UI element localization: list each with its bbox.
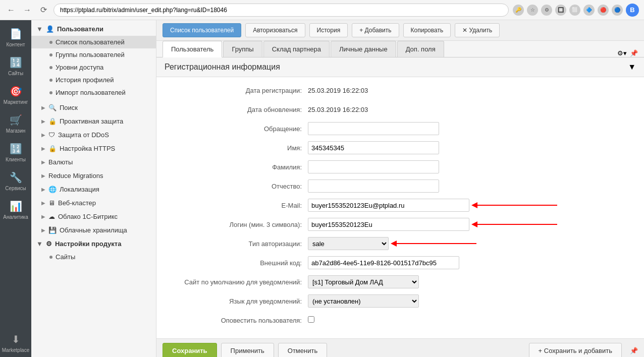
nav-web-cluster[interactable]: ▶ 🖥 Веб-кластер <box>31 196 156 210</box>
update-date-value: 25.03.2019 16:22:03 <box>308 106 634 113</box>
clients-icon: 🔢 <box>10 143 22 155</box>
save-add-button[interactable]: + Сохранить и добавить <box>529 343 622 357</box>
copy-button[interactable]: Копировать <box>403 23 451 37</box>
gear-icon[interactable]: ⚙▾ <box>617 49 627 57</box>
nav-proactive[interactable]: ▶ 🔒 Проактивная защита <box>31 114 156 128</box>
sidebar-item-content[interactable]: 📄 Контент <box>0 23 31 51</box>
tab-user[interactable]: Пользователь <box>163 41 222 57</box>
nav-cloud-bitrix[interactable]: ▶ ☁ Облако 1С-Битрикс <box>31 210 156 223</box>
access-levels-label: Уровни доступа <box>56 64 103 71</box>
sites-child-label: Сайты <box>56 253 75 261</box>
back-button[interactable]: ← <box>5 4 17 16</box>
marketplace-label: Marketplace <box>2 347 29 353</box>
ext3-icon[interactable]: 🔴 <box>598 5 609 16</box>
content-icon: 📄 <box>10 28 22 40</box>
surname-input[interactable] <box>308 160 439 173</box>
email-field <box>308 199 634 212</box>
nav-child-access-levels[interactable]: Уровни доступа <box>31 61 156 74</box>
user-avatar[interactable]: B <box>626 4 639 17</box>
localization-arrow: ▶ <box>41 187 45 192</box>
content-label: Контент <box>6 42 25 47</box>
salutation-input[interactable] <box>308 122 439 135</box>
patronymic-input[interactable] <box>308 180 439 193</box>
users-parent[interactable]: ▼ 👤 Пользователи <box>31 22 156 36</box>
login-field <box>308 218 634 231</box>
nav-child-user-list[interactable]: Список пользователей <box>31 36 156 48</box>
nav-child-user-groups[interactable]: Группы пользователей <box>31 48 156 61</box>
proactive-icon: 🔒 <box>48 117 57 125</box>
ext2-icon[interactable]: 🔷 <box>583 5 595 16</box>
user-list-button[interactable]: Список пользователей <box>163 23 241 37</box>
tab-partner-warehouse[interactable]: Склад партнера <box>263 41 330 57</box>
email-input[interactable] <box>308 199 469 212</box>
default-site-select[interactable]: [s1] Торговый Дом ЛАД <box>308 275 419 288</box>
sidebar-item-clients[interactable]: 🔢 Клиенты <box>0 138 31 166</box>
icon-sidebar: 📄 Контент 🔢 Сайты 🎯 Маркетинг 🛒 Магазин … <box>0 20 31 357</box>
email-arrow-indicator <box>471 199 572 211</box>
default-site-label: Сайт по умолчанию для уведомлений: <box>167 278 308 286</box>
apply-button[interactable]: Применить <box>221 343 274 357</box>
tab-extra-fields[interactable]: Доп. поля <box>397 41 444 57</box>
sidebar-item-services[interactable]: 🔧 Сервисы <box>0 166 31 195</box>
nav-localization[interactable]: ▶ 🌐 Локализация <box>31 183 156 196</box>
delete-button[interactable]: ✕ Удалить <box>455 23 500 37</box>
reg-date-value: 25.03.2019 16:22:03 <box>308 87 634 94</box>
sites-icon: 🔢 <box>10 56 22 69</box>
nav-child-profile-history[interactable]: История профилей <box>31 74 156 86</box>
web-cluster-arrow: ▶ <box>41 200 45 206</box>
add-button[interactable]: + Добавить <box>352 23 399 37</box>
name-input[interactable] <box>308 141 439 154</box>
users-arrow: ▼ <box>36 25 43 33</box>
product-settings-icon: ⚙ <box>46 240 52 248</box>
nav-search[interactable]: ▶ 🔍 Поиск <box>31 101 156 114</box>
cloud-bitrix-label: Облако 1С-Битрикс <box>58 213 118 220</box>
patronymic-label: Отчество: <box>167 183 308 190</box>
nav-https[interactable]: ▶ 🔒 Настройка HTTPS <box>31 142 156 155</box>
reduce-migrations-label: Reduce Migrations <box>48 172 103 180</box>
auth-button[interactable]: Авторизоваться <box>245 23 305 37</box>
sidebar-item-marketplace[interactable]: ⬇ Marketplace <box>0 328 31 357</box>
collapse-icon[interactable]: ▼ <box>628 63 636 72</box>
nav-child-sites[interactable]: Сайты <box>31 251 156 263</box>
cancel-button[interactable]: Отменить <box>278 343 327 357</box>
ext4-icon[interactable]: 🔵 <box>612 5 623 16</box>
tab-groups[interactable]: Группы <box>223 41 262 57</box>
notification-lang-select[interactable]: (не установлен) <box>308 294 419 308</box>
bullet-icon <box>49 256 52 259</box>
auth-type-select[interactable]: sale <box>308 237 389 250</box>
notify-user-checkbox[interactable] <box>308 316 314 323</box>
sidebar-item-analytics[interactable]: 📊 Аналитика <box>0 195 31 224</box>
pin-bottom-icon[interactable]: 📌 <box>630 347 638 354</box>
external-code-input[interactable] <box>308 256 459 269</box>
apps-icon[interactable]: ⬜ <box>569 5 580 16</box>
sidebar-item-sites[interactable]: 🔢 Сайты <box>0 51 31 80</box>
nav-currencies[interactable]: ▶ Валюты <box>31 155 156 169</box>
notification-lang-field: (не установлен) <box>308 294 634 308</box>
import-users-label: Импорт пользователей <box>56 89 126 96</box>
tab-personal[interactable]: Личные данные <box>331 41 396 57</box>
nav-cloud-storage[interactable]: ▶ 💾 Облачные хранилища <box>31 223 156 237</box>
salutation-field <box>308 122 634 135</box>
sidebar-item-marketing[interactable]: 🎯 Маркетинг <box>0 80 31 109</box>
extension-icon[interactable]: 🔲 <box>555 5 566 16</box>
reload-button[interactable]: ⟳ <box>37 4 49 16</box>
nav-reduce-migrations[interactable]: ▶ Reduce Migrations <box>31 169 156 183</box>
address-bar[interactable] <box>53 4 509 17</box>
login-arrow-indicator <box>471 218 572 230</box>
nav-child-import-users[interactable]: Импорт пользователей <box>31 86 156 99</box>
sidebar-item-shop[interactable]: 🛒 Магазин <box>0 109 31 138</box>
settings-icon[interactable]: ⚙ <box>541 5 552 16</box>
form-row-name: Имя: <box>167 141 634 155</box>
users-section: ▼ 👤 Пользователи Список пользователей Гр… <box>31 20 156 101</box>
login-input[interactable] <box>308 218 469 231</box>
save-button[interactable]: Сохранить <box>163 343 217 357</box>
ddos-arrow: ▶ <box>41 132 45 138</box>
nav-ddos[interactable]: ▶ 🛡 Защита от DDoS <box>31 128 156 142</box>
bookmark-icon[interactable]: ☆ <box>527 5 538 16</box>
product-settings-parent[interactable]: ▼ ⚙ Настройки продукта <box>31 237 156 251</box>
forward-button[interactable]: → <box>21 4 33 16</box>
pin-icon[interactable]: 📌 <box>630 49 638 57</box>
shop-label: Магазин <box>6 128 26 134</box>
history-button[interactable]: История <box>309 23 348 37</box>
user-list-label: Список пользователей <box>56 38 125 46</box>
